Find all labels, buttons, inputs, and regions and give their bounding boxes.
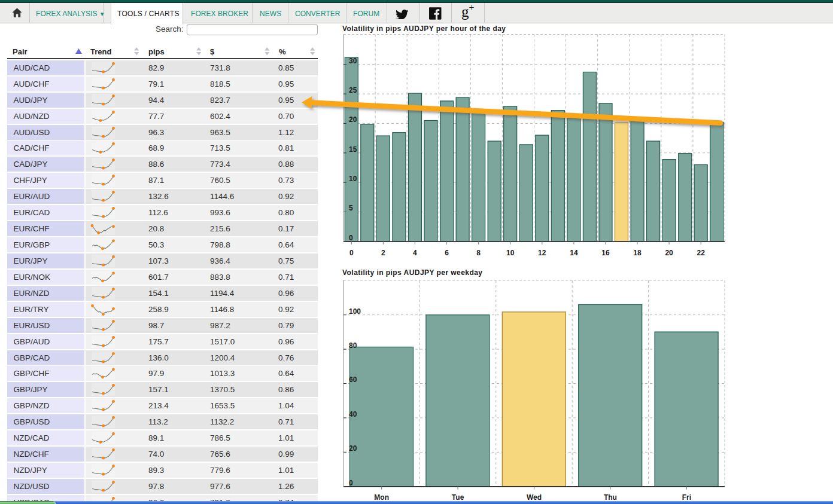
svg-text:8: 8 [476, 249, 481, 257]
svg-text:10: 10 [349, 175, 357, 183]
svg-text:0: 0 [349, 249, 354, 257]
svg-text:Volatility in pips AUDJPY per: Volatility in pips AUDJPY per hour of th… [342, 25, 506, 33]
svg-text:Mon: Mon [374, 493, 389, 502]
svg-text:10: 10 [506, 249, 515, 257]
svg-text:6: 6 [445, 249, 449, 257]
svg-text:Thu: Thu [604, 493, 617, 502]
svg-text:Fri: Fri [682, 493, 691, 502]
svg-text:0: 0 [349, 234, 353, 242]
svg-text:15: 15 [349, 145, 357, 154]
svg-text:40: 40 [349, 410, 357, 419]
svg-text:60: 60 [349, 375, 357, 384]
svg-text:16: 16 [601, 249, 610, 257]
svg-text:0: 0 [349, 479, 353, 487]
svg-text:22: 22 [697, 249, 706, 257]
svg-text:100: 100 [349, 307, 361, 316]
svg-text:14: 14 [570, 249, 578, 257]
svg-text:18: 18 [633, 249, 642, 257]
svg-text:25: 25 [349, 86, 357, 94]
svg-text:Tue: Tue [452, 493, 464, 502]
svg-text:12: 12 [538, 249, 546, 257]
svg-text:30: 30 [349, 57, 357, 65]
svg-text:5: 5 [349, 204, 353, 212]
svg-text:Volatility in pips AUDJPY per: Volatility in pips AUDJPY per weekday [342, 268, 483, 277]
svg-text:4: 4 [413, 249, 417, 257]
svg-text:20: 20 [665, 249, 673, 257]
svg-text:80: 80 [349, 341, 357, 350]
svg-text:Wed: Wed [527, 493, 542, 502]
svg-text:20: 20 [349, 444, 357, 453]
svg-text:2: 2 [381, 249, 385, 257]
svg-text:20: 20 [349, 115, 357, 124]
